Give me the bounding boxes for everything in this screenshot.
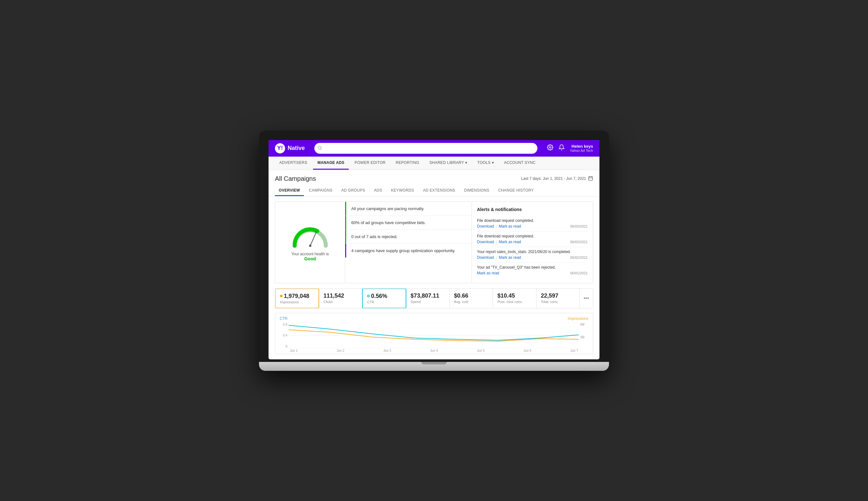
y-axis-left-2: 0 — [280, 345, 287, 348]
campaign-messages: All your campaigns are pacing normally. … — [345, 202, 472, 283]
alert-item-4: Your ad "TV_Carousel_Q3" has been reject… — [477, 263, 588, 278]
alert-actions-3: Download | Mark as read 06/02/2021 — [477, 255, 588, 260]
settings-icon[interactable] — [547, 144, 553, 152]
tab-keywords[interactable]: KEYWORDS — [387, 185, 418, 196]
y-axis-left-1: 0.4 — [280, 333, 287, 337]
alert-item-1: File download request completed. Downloa… — [477, 216, 588, 231]
x-label-4: Jun 5 — [477, 349, 485, 352]
page-title: All Campaigns — [275, 175, 316, 182]
search-icon — [317, 146, 322, 151]
svg-line-1 — [321, 149, 322, 150]
nav-shared-library[interactable]: SHARED LIBRARY ▾ — [425, 157, 471, 170]
alert-item-2: File download request completed. Downloa… — [477, 231, 588, 247]
x-label-5: Jun 6 — [524, 349, 531, 352]
tab-ad-groups[interactable]: AD GROUPS — [338, 185, 369, 196]
alert-download-2[interactable]: Download — [477, 240, 494, 244]
alert-links-3: Download | Mark as read — [477, 255, 521, 260]
user-company: Yahoo Ad Tech — [570, 149, 593, 152]
chart-svg — [289, 323, 579, 348]
alert-links-4: Mark as read — [477, 271, 499, 275]
nav-power-editor[interactable]: POWER EDITOR — [350, 157, 390, 170]
date-range: Last 7 days: Jun 1, 2021 - Jun 7, 2021 — [521, 176, 593, 182]
svg-point-8 — [309, 245, 311, 247]
campaign-message-3: 0 out of 7 ads is rejected. — [345, 230, 471, 244]
search-input[interactable] — [314, 143, 538, 154]
metric-post-click[interactable]: $10.45 Post- click conv. — [493, 289, 536, 308]
metric-more-button[interactable]: ••• — [580, 289, 593, 308]
alert-links-1: Download | Mark as read — [477, 224, 521, 228]
svg-point-0 — [318, 146, 321, 149]
metric-spend[interactable]: $73,807.11 Spend — [406, 289, 449, 308]
alert-links-2: Download | Mark as read — [477, 240, 521, 244]
alert-mark-read-3[interactable]: Mark as read — [499, 255, 521, 260]
chart-x-axis: Jun 1 Jun 2 Jun 3 Jun 4 Jun 5 Jun 6 Jun … — [280, 349, 588, 352]
gauge-chart — [288, 223, 333, 248]
yahoo-logo: Y! — [275, 143, 285, 153]
chart-legend-ctr: CTR — [280, 316, 287, 321]
x-label-0: Jun 1 — [290, 349, 297, 352]
alert-date-3: 06/02/2021 — [570, 256, 588, 259]
alert-item-3: Your report sales_tools_stats: 2021/06/2… — [477, 247, 588, 263]
alert-mark-read-1[interactable]: Mark as read — [499, 224, 521, 228]
calendar-icon[interactable] — [588, 176, 593, 182]
y-axis-right-1: 2M — [580, 335, 588, 339]
tab-ads[interactable]: ADS — [370, 185, 386, 196]
metric-avg-cost[interactable]: $0.66 Avg. cost — [449, 289, 493, 308]
campaign-message-4: 4 campaigns have supply group optimizati… — [345, 244, 471, 257]
campaign-message-1: All your campaigns are pacing normally. — [345, 202, 471, 216]
alert-mark-read-2[interactable]: Mark as read — [499, 240, 521, 244]
tab-ad-extensions[interactable]: AD EXTENSIONS — [419, 185, 459, 196]
metric-clicks[interactable]: 111,542 Clicks — [319, 289, 362, 308]
chart-legend-impressions: Impressions — [568, 316, 588, 321]
x-label-6: Jun 7 — [571, 349, 578, 352]
svg-line-7 — [310, 232, 317, 246]
teal-dot — [367, 295, 370, 297]
page-header: All Campaigns Last 7 days: Jun 1, 2021 -… — [269, 170, 599, 185]
x-label-3: Jun 4 — [430, 349, 438, 352]
screen: Y! Native — [269, 140, 599, 359]
tab-campaigns[interactable]: CAMPAIGNS — [305, 185, 336, 196]
health-text: Your account health is Good — [292, 252, 329, 261]
top-nav-right: Helen keys Yahoo Ad Tech — [547, 144, 593, 152]
app-name: Native — [287, 145, 305, 151]
nav-tools[interactable]: TOOLS ▾ — [473, 157, 498, 170]
alert-actions-4: Mark as read 06/01/2021 — [477, 271, 588, 275]
user-info: Helen keys Yahoo Ad Tech — [570, 144, 593, 152]
svg-rect-3 — [589, 176, 593, 180]
ellipsis-icon: ••• — [584, 295, 589, 301]
secondary-nav: ADVERTISERS MANAGE ADS POWER EDITOR REPO… — [269, 157, 599, 170]
nav-account-sync[interactable]: ACCOUNT SYNC — [500, 157, 540, 170]
x-label-1: Jun 2 — [337, 349, 344, 352]
nav-advertisers[interactable]: ADVERTISERS — [275, 157, 312, 170]
metrics-row: 1,979,048 Impressions 111,542 Clicks 0.5… — [275, 288, 593, 308]
svg-point-2 — [550, 147, 551, 148]
top-nav: Y! Native — [269, 140, 599, 157]
alert-actions-2: Download | Mark as read 06/03/2021 — [477, 240, 588, 244]
alert-actions-1: Download | Mark as read 06/03/2021 — [477, 224, 588, 228]
tab-dimensions[interactable]: DIMENSIONS — [460, 185, 493, 196]
y-axis-right-0: 4M — [580, 323, 588, 326]
metric-impressions[interactable]: 1,979,048 Impressions — [275, 288, 319, 308]
bell-icon[interactable] — [558, 144, 565, 152]
nav-manage-ads[interactable]: MANAGE ADS — [313, 157, 349, 170]
alert-date-4: 06/01/2021 — [570, 271, 588, 275]
metric-ctr[interactable]: 0.56% CTR — [362, 288, 406, 308]
tab-overview[interactable]: OVERVIEW — [275, 185, 304, 196]
alert-download-1[interactable]: Download — [477, 224, 494, 228]
orange-dot — [280, 295, 283, 297]
campaign-message-2: 60% of ad groups have competitive bids. — [345, 216, 471, 230]
alert-date-1: 06/03/2021 — [570, 224, 588, 228]
x-label-2: Jun 3 — [383, 349, 391, 352]
chart-legend: CTR Impressions — [280, 316, 588, 321]
tab-change-history[interactable]: CHANGE HISTORY — [495, 185, 538, 196]
user-name: Helen keys — [570, 144, 593, 149]
top-section: Your account health is Good All your cam… — [275, 202, 593, 283]
health-status: Good — [292, 256, 329, 261]
alert-mark-read-4[interactable]: Mark as read — [477, 271, 499, 275]
laptop-base — [259, 362, 609, 371]
alerts-panel: Alerts & notifications File download req… — [472, 202, 593, 283]
metric-total-conv[interactable]: 22,597 Total. conv. — [536, 289, 580, 308]
laptop-frame: Y! Native — [259, 130, 609, 371]
nav-reporting[interactable]: REPORTING — [391, 157, 424, 170]
alert-download-3[interactable]: Download — [477, 255, 494, 260]
